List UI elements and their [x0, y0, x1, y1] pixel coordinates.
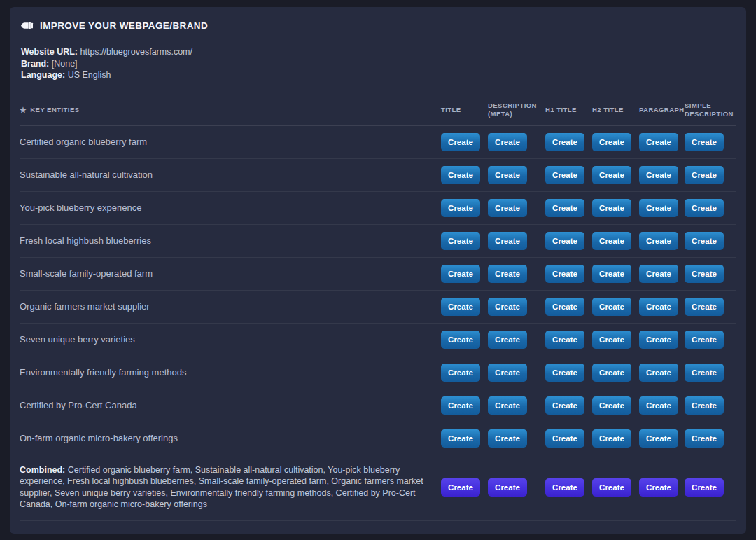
create-button-h1-title[interactable]: Create — [545, 429, 584, 448]
entity-label: On-farm organic micro-bakery offerings — [20, 433, 441, 443]
create-button-h1-title[interactable]: Create — [545, 232, 584, 250]
create-button-simple-description[interactable]: Create — [685, 396, 724, 415]
create-button-combined-h2-title[interactable]: Create — [592, 478, 631, 497]
create-button-description-meta[interactable]: Create — [488, 298, 527, 316]
create-button-title[interactable]: Create — [441, 232, 480, 250]
entity-label: Certified organic blueberry farm — [20, 137, 441, 147]
create-button-combined-h1-title[interactable]: Create — [545, 478, 584, 497]
page-title: IMPROVE YOUR WEBPAGE/BRAND — [40, 20, 208, 31]
create-button-simple-description[interactable]: Create — [685, 298, 724, 316]
table-row: Fresh local highbush blueberries Create … — [20, 225, 736, 258]
card-header: IMPROVE YOUR WEBPAGE/BRAND — [20, 20, 736, 31]
column-header-paragraph: PARAGRAPH — [639, 106, 685, 114]
brand-value: [None] — [52, 59, 78, 69]
create-button-h1-title[interactable]: Create — [545, 265, 584, 283]
brand-line: Brand: [None] — [21, 58, 736, 70]
create-button-simple-description[interactable]: Create — [685, 199, 724, 217]
create-button-h1-title[interactable]: Create — [545, 364, 584, 382]
create-button-h2-title[interactable]: Create — [592, 265, 631, 283]
create-button-paragraph[interactable]: Create — [639, 429, 678, 448]
create-button-description-meta[interactable]: Create — [488, 199, 527, 217]
entity-label: Sustainable all-natural cultivation — [20, 169, 441, 180]
create-button-description-meta[interactable]: Create — [488, 265, 527, 283]
key-entities-header-label: KEY ENTITIES — [30, 106, 79, 114]
create-button-h1-title[interactable]: Create — [545, 199, 584, 217]
entity-label: Fresh local highbush blueberries — [20, 235, 441, 246]
create-button-paragraph[interactable]: Create — [639, 364, 678, 382]
create-button-h2-title[interactable]: Create — [592, 396, 631, 415]
table-row: Seven unique berry varieties Create Crea… — [20, 324, 736, 356]
table-row: Environmentally friendly farming methods… — [20, 356, 736, 389]
table-row: On-farm organic micro-bakery offerings C… — [20, 422, 736, 455]
language-line: Language: US English — [21, 69, 736, 81]
create-button-title[interactable]: Create — [441, 265, 480, 283]
space-shuttle-icon — [21, 21, 34, 30]
create-button-description-meta[interactable]: Create — [488, 232, 527, 250]
create-button-h1-title[interactable]: Create — [545, 166, 584, 184]
create-button-h2-title[interactable]: Create — [592, 364, 631, 382]
create-button-title[interactable]: Create — [441, 429, 480, 448]
create-button-combined-simple-description[interactable]: Create — [685, 478, 724, 497]
create-button-title[interactable]: Create — [441, 331, 480, 349]
create-button-simple-description[interactable]: Create — [685, 166, 724, 184]
create-button-paragraph[interactable]: Create — [639, 199, 678, 217]
create-button-title[interactable]: Create — [441, 364, 480, 382]
create-button-h2-title[interactable]: Create — [592, 133, 631, 151]
language-label: Language: — [21, 70, 65, 80]
create-button-simple-description[interactable]: Create — [685, 429, 724, 448]
create-button-description-meta[interactable]: Create — [488, 133, 527, 151]
create-button-title[interactable]: Create — [441, 396, 480, 415]
table-header-row: ★ KEY ENTITIES TITLE DESCRIPTION (META) … — [20, 95, 736, 126]
create-button-h2-title[interactable]: Create — [592, 232, 631, 250]
create-button-paragraph[interactable]: Create — [639, 166, 678, 184]
create-button-h1-title[interactable]: Create — [545, 331, 584, 349]
create-button-h1-title[interactable]: Create — [545, 298, 584, 316]
create-button-h1-title[interactable]: Create — [545, 133, 584, 151]
create-button-title[interactable]: Create — [441, 298, 480, 316]
column-header-h1-title: H1 TITLE — [545, 106, 592, 114]
create-button-h2-title[interactable]: Create — [592, 199, 631, 217]
create-button-h1-title[interactable]: Create — [545, 396, 584, 415]
create-button-h2-title[interactable]: Create — [592, 429, 631, 448]
create-button-description-meta[interactable]: Create — [488, 396, 527, 415]
create-button-title[interactable]: Create — [441, 133, 480, 151]
create-button-title[interactable]: Create — [441, 199, 480, 217]
create-button-combined-title[interactable]: Create — [441, 478, 480, 497]
create-button-h2-title[interactable]: Create — [592, 298, 631, 316]
create-button-simple-description[interactable]: Create — [685, 364, 724, 382]
create-button-simple-description[interactable]: Create — [685, 265, 724, 283]
create-button-paragraph[interactable]: Create — [639, 396, 678, 415]
entity-label: Certified by Pro-Cert Canada — [20, 400, 441, 410]
table-row: Certified by Pro-Cert Canada Create Crea… — [20, 389, 736, 422]
create-button-paragraph[interactable]: Create — [639, 298, 678, 316]
table-body: Certified organic blueberry farm Create … — [20, 126, 736, 455]
entity-label: Small-scale family-operated farm — [20, 268, 441, 279]
table-row: Certified organic blueberry farm Create … — [20, 126, 736, 159]
entity-label: Environmentally friendly farming methods — [20, 367, 441, 378]
create-button-simple-description[interactable]: Create — [685, 133, 724, 151]
create-button-description-meta[interactable]: Create — [488, 429, 527, 448]
star-icon: ★ — [20, 106, 27, 114]
create-button-h2-title[interactable]: Create — [592, 331, 631, 349]
table-row: Sustainable all-natural cultivation Crea… — [20, 159, 736, 192]
create-button-combined-paragraph[interactable]: Create — [639, 478, 678, 497]
create-button-simple-description[interactable]: Create — [685, 331, 724, 349]
create-button-title[interactable]: Create — [441, 166, 480, 184]
create-button-paragraph[interactable]: Create — [639, 265, 678, 283]
create-button-paragraph[interactable]: Create — [639, 133, 678, 151]
create-button-description-meta[interactable]: Create — [488, 331, 527, 349]
language-value: US English — [68, 70, 111, 80]
create-button-description-meta[interactable]: Create — [488, 166, 527, 184]
combined-label: Combined: — [20, 465, 65, 475]
create-button-description-meta[interactable]: Create — [488, 364, 527, 382]
create-button-combined-description-meta[interactable]: Create — [488, 478, 527, 497]
create-button-simple-description[interactable]: Create — [685, 232, 724, 250]
create-button-h2-title[interactable]: Create — [592, 166, 631, 184]
website-url-value: https://bluegrovesfarms.com/ — [80, 47, 192, 57]
website-url-label: Website URL: — [21, 47, 78, 57]
combined-entity-text: Combined: Certified organic blueberry fa… — [20, 464, 441, 511]
column-header-title: TITLE — [441, 106, 488, 114]
create-button-paragraph[interactable]: Create — [639, 331, 678, 349]
combined-row: Combined: Certified organic blueberry fa… — [20, 455, 736, 521]
create-button-paragraph[interactable]: Create — [639, 232, 678, 250]
